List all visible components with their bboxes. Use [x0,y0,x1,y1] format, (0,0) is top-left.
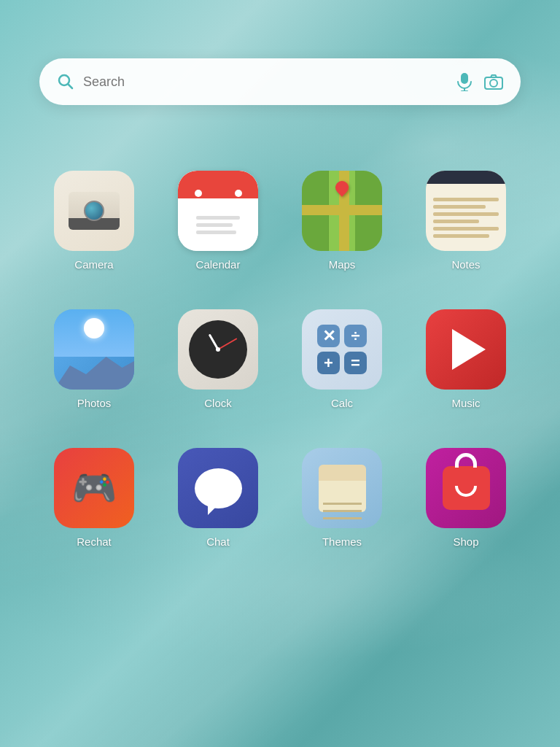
calendar-label: Calendar [196,258,241,271]
maps-icon [302,171,382,251]
music-label: Music [451,397,480,409]
camera-icon [54,171,134,251]
app-notes[interactable]: Notes [415,163,517,302]
search-input[interactable] [83,74,448,90]
app-themes[interactable]: Themes [291,441,393,579]
app-shop[interactable]: Shop [415,441,517,579]
search-right-icons [456,72,503,91]
search-icon [57,73,74,90]
app-rechat[interactable]: 🎮 Rechat [43,441,145,579]
maps-label: Maps [329,258,356,271]
rechat-icon: 🎮 [54,448,134,528]
photos-icon [54,309,134,390]
shop-label: Shop [453,535,478,548]
themes-label: Themes [322,535,362,548]
app-photos[interactable]: Photos [43,302,145,441]
shop-icon [426,448,506,528]
notes-icon [426,171,506,251]
chat-label: Chat [206,535,230,548]
camera-label: Camera [74,258,113,271]
svg-point-6 [490,80,497,87]
app-maps[interactable]: Maps [291,163,393,302]
search-bar[interactable] [39,58,521,105]
themes-icon [302,448,382,528]
app-chat[interactable]: Chat [167,441,269,579]
app-calc[interactable]: ✕ ÷ + = Calc [291,302,393,441]
calc-label: Calc [331,397,353,409]
app-camera[interactable]: Camera [43,163,145,302]
clock-icon [178,309,258,390]
gamepad-symbol: 🎮 [71,467,117,509]
photos-label: Photos [77,397,112,409]
microphone-icon[interactable] [456,72,472,91]
chat-icon [178,448,258,528]
clock-label: Clock [204,397,232,409]
svg-rect-2 [461,73,468,84]
svg-line-1 [69,85,73,89]
music-icon [426,309,506,390]
app-music[interactable]: Music [415,302,517,441]
calendar-icon [178,171,258,251]
app-calendar[interactable]: Calendar [167,163,269,302]
camera-search-icon[interactable] [484,74,503,90]
app-grid: Camera Calendar [43,163,517,579]
calc-icon: ✕ ÷ + = [302,309,382,390]
rechat-label: Rechat [77,535,112,548]
home-screen: Camera Calendar [0,0,560,747]
speech-bubble [195,468,242,508]
notes-label: Notes [451,258,480,271]
app-clock[interactable]: Clock [167,302,269,441]
